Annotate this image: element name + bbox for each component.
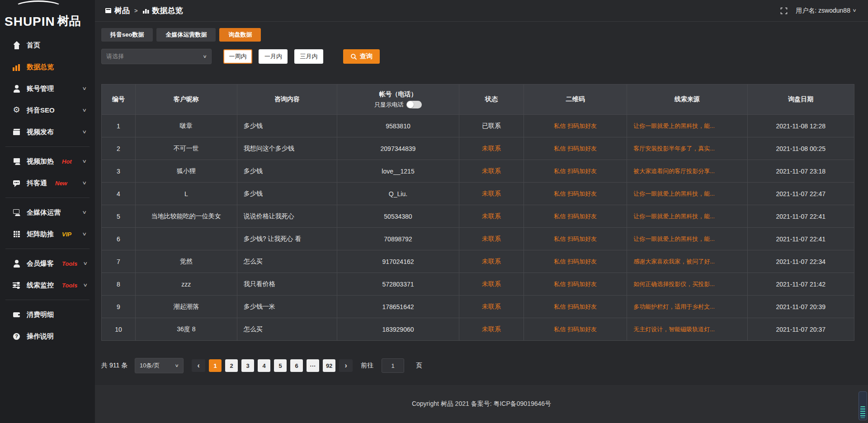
inquiry-content: 我只看价格 xyxy=(237,273,337,296)
inquiry-date: 2021-11-07 22:47 xyxy=(747,183,854,205)
lead-source-link[interactable]: 让你一眼就爱上的黑科技，能... xyxy=(627,228,747,250)
sidebar-item[interactable]: 首页 xyxy=(5,34,90,56)
app-logo[interactable]: SHUPIN 树品 xyxy=(0,0,95,33)
lead-source-link[interactable]: 让你一眼就爱上的黑科技，能... xyxy=(627,205,747,228)
page-buttons: 1 2 3 4 5 6 ··· 92 xyxy=(209,359,335,372)
sidebar-group: 全媒体运营 矩阵助推 VIP xyxy=(5,198,90,249)
sidebar-item[interactable]: 抖客通 New xyxy=(5,172,90,194)
topbar-right: 用户名: zswodun88 ∨ xyxy=(780,7,856,15)
sidebar-item-label: 数据总览 xyxy=(27,63,54,71)
lead-source-link[interactable]: 无主灯设计，智能磁吸轨道灯... xyxy=(627,318,747,341)
page-button[interactable]: 4 xyxy=(258,359,270,372)
account-phone: 572803371 xyxy=(337,273,459,296)
home-icon xyxy=(13,42,20,49)
inquiry-content: 怎么买 xyxy=(237,318,337,341)
tv-icon xyxy=(13,158,20,165)
phone-only-toggle[interactable] xyxy=(406,101,422,108)
status-cell: 未联系 xyxy=(459,205,524,228)
col-content: 咨询内容 xyxy=(237,85,337,115)
chevron-down-icon xyxy=(82,180,90,186)
col-status: 状态 xyxy=(459,85,524,115)
table-row: 3 狐小狸 多少钱 love__1215 未联系 私信 扫码加好友 被大家追着问… xyxy=(102,160,854,183)
date-range-button[interactable]: 三月内 xyxy=(294,49,323,64)
per-page-select[interactable]: 10条/页 ∨ xyxy=(135,358,184,373)
widget-stripes xyxy=(860,406,865,418)
sidebar-item[interactable]: 会员爆客 Tools xyxy=(5,253,90,274)
qr-actions-link[interactable]: 私信 扫码加好友 xyxy=(524,318,627,341)
sidebar-item[interactable]: 数据总览 xyxy=(5,56,90,78)
qr-actions-link[interactable]: 私信 扫码加好友 xyxy=(524,273,627,296)
page-button[interactable]: 6 xyxy=(290,359,303,372)
sidebar-item[interactable]: 抖音SEO xyxy=(5,99,90,121)
pagination: 共 911 条 10条/页 ∨ ‹ 1 2 3 4 5 6 ··· 92 › 前… xyxy=(101,358,854,373)
page-button[interactable]: 5 xyxy=(274,359,287,372)
qr-actions-link[interactable]: 私信 扫码加好友 xyxy=(524,228,627,250)
data-tab[interactable]: 询盘数据 xyxy=(219,28,261,42)
customer-nickname xyxy=(135,228,237,250)
toggle-knob xyxy=(407,101,414,108)
qr-actions-link[interactable]: 私信 扫码加好友 xyxy=(524,137,627,160)
date-range-button[interactable]: 一月内 xyxy=(259,49,288,64)
sidebar-item[interactable]: 账号管理 xyxy=(5,78,90,99)
inquiry-content: 说说价格让我死心 xyxy=(237,205,337,228)
inquiry-date: 2021-11-07 22:34 xyxy=(747,250,854,273)
lead-source-link[interactable]: 客厅安装投影半年多了，真实... xyxy=(627,137,747,160)
page-button[interactable]: 1 xyxy=(209,359,222,372)
page-button[interactable]: 2 xyxy=(225,359,238,372)
username-label: 用户名: zswodun88 xyxy=(796,7,850,15)
grid-icon xyxy=(13,230,20,238)
table-row: 6 多少钱? 让我死心 看 70898792 未联系 私信 扫码加好友 让你一眼… xyxy=(102,228,854,250)
inquiry-content: 多少钱一米 xyxy=(237,296,337,318)
gear-icon xyxy=(13,107,20,114)
date-range-button[interactable]: 一周内 xyxy=(223,49,252,64)
sidebar-item[interactable]: 消费明细 xyxy=(5,304,90,325)
member-icon xyxy=(13,260,20,268)
breadcrumb-app[interactable]: 树品 xyxy=(105,5,130,16)
fullscreen-icon[interactable] xyxy=(780,7,788,14)
next-page-button[interactable]: › xyxy=(339,359,353,372)
qr-actions-link[interactable]: 私信 扫码加好友 xyxy=(524,296,627,318)
sidebar-item[interactable]: 线索监控 Tools xyxy=(5,274,90,296)
sidebar-item-label: 消费明细 xyxy=(27,310,54,319)
status-cell: 已联系 xyxy=(459,115,524,137)
sidebar-group: 视频加热 Hot 抖客通 New xyxy=(5,147,90,198)
prev-page-button[interactable]: ‹ xyxy=(192,359,205,372)
lead-source-link[interactable]: 让你一眼就爱上的黑科技，能... xyxy=(627,115,747,137)
lead-source-link[interactable]: 让你一眼就爱上的黑科技，能... xyxy=(627,183,747,205)
search-button[interactable]: 查询 xyxy=(343,49,380,64)
sidebar-item[interactable]: 全媒体运营 xyxy=(5,202,90,223)
lead-source-link[interactable]: 感谢大家喜欢我家，被问了好... xyxy=(627,250,747,273)
sidebar-item[interactable]: 操作说明 xyxy=(5,325,90,347)
app-root: SHUPIN 树品 首页 数据总览 账号管理 抖音SEO 视频发布 视频加 xyxy=(0,0,868,423)
lead-source-link[interactable]: 多功能护栏灯，适用于乡村文... xyxy=(627,296,747,318)
sidebar-item-label: 全媒体运营 xyxy=(27,208,61,217)
page-button[interactable]: 3 xyxy=(241,359,254,372)
table-row: 7 觉然 怎么买 917024162 未联系 私信 扫码加好友 感谢大家喜欢我家… xyxy=(102,250,854,273)
floating-widget[interactable] xyxy=(859,391,867,420)
data-tab[interactable]: 全媒体运营数据 xyxy=(156,28,216,42)
row-number: 1 xyxy=(102,115,136,137)
table-row: 9 潮起潮落 多少钱一米 178651642 未联系 私信 扫码加好友 多功能护… xyxy=(102,296,854,318)
user-menu[interactable]: 用户名: zswodun88 ∨ xyxy=(796,7,856,15)
sidebar-item[interactable]: 视频发布 xyxy=(5,121,90,143)
status-cell: 未联系 xyxy=(459,318,524,341)
lead-source-link[interactable]: 如何正确选择投影仪，买投影... xyxy=(627,273,747,296)
status-cell: 未联系 xyxy=(459,296,524,318)
chat-icon xyxy=(13,179,20,187)
qr-actions-link[interactable]: 私信 扫码加好友 xyxy=(524,250,627,273)
lead-source-link[interactable]: 被大家追着问的客厅投影分享... xyxy=(627,160,747,183)
inquiry-date: 2021-11-08 12:28 xyxy=(747,115,854,137)
qr-actions-link[interactable]: 私信 扫码加好友 xyxy=(524,183,627,205)
page-button[interactable]: 92 xyxy=(323,359,335,372)
qr-actions-link[interactable]: 私信 扫码加好友 xyxy=(524,205,627,228)
jump-page-input[interactable] xyxy=(382,358,404,373)
sidebar-item[interactable]: 矩阵助推 VIP xyxy=(5,223,90,245)
qr-actions-link[interactable]: 私信 扫码加好友 xyxy=(524,115,627,137)
status-cell: 未联系 xyxy=(459,273,524,296)
data-tab[interactable]: 抖音seo数据 xyxy=(101,28,153,42)
qr-actions-link[interactable]: 私信 扫码加好友 xyxy=(524,160,627,183)
breadcrumb-page[interactable]: 数据总览 xyxy=(142,5,183,16)
page-button[interactable]: ··· xyxy=(307,359,319,372)
filter-select[interactable]: 请选择 ∨ xyxy=(101,49,212,64)
sidebar-item[interactable]: 视频加热 Hot xyxy=(5,150,90,172)
